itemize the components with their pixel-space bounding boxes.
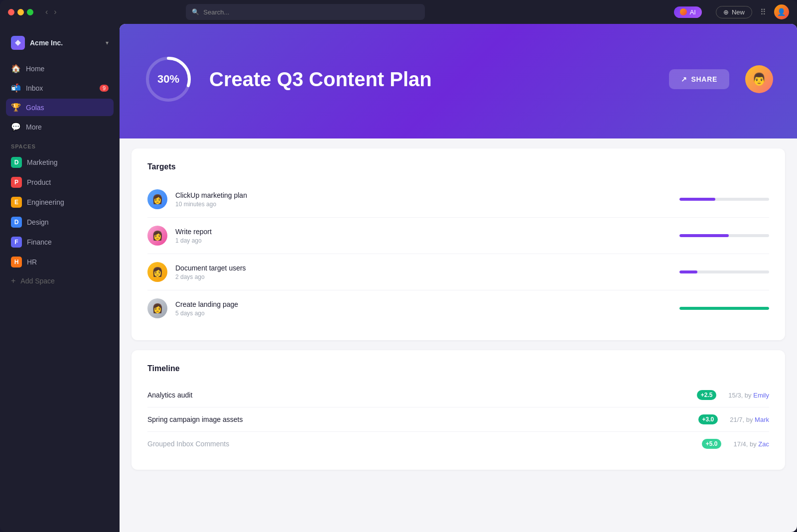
progress-bar-wrap: [679, 270, 769, 273]
target-avatar: 👩: [147, 298, 167, 318]
workspace-name: Acme Inc.: [30, 39, 101, 47]
share-label: SHARE: [691, 75, 717, 83]
targets-card: Targets 👩 ClickUp marketing plan 10 minu…: [132, 148, 785, 340]
workspace-logo: [11, 36, 25, 50]
space-item-product[interactable]: P Product: [6, 173, 114, 191]
share-button[interactable]: ↗ SHARE: [669, 69, 729, 89]
ai-label: AI: [690, 8, 696, 16]
add-space-button[interactable]: + Add Space: [6, 273, 114, 289]
timeline-author: Mark: [755, 416, 769, 423]
content-area: 30% Create Q3 Content Plan ↗ SHARE 👨 Tar…: [120, 24, 797, 532]
plus-icon: ⊕: [723, 8, 729, 16]
space-item-hr[interactable]: H HR: [6, 253, 114, 271]
toolbar-right: ⊕ New ⠿ 👤: [716, 4, 789, 19]
new-button[interactable]: ⊕ New: [716, 6, 752, 18]
target-time: 5 days ago: [175, 310, 671, 317]
sidebar: Acme Inc. ▾ 🏠 Home 📬 Inbox 9 🏆 Golas 💬 M…: [0, 24, 120, 532]
hero-title: Create Q3 Content Plan: [209, 68, 653, 91]
space-label: Product: [27, 178, 51, 186]
back-arrow[interactable]: ‹: [43, 6, 50, 17]
progress-text: 30%: [157, 73, 179, 86]
timeline-author: Zac: [758, 440, 769, 448]
target-info: Create landing page 5 days ago: [175, 300, 671, 317]
user-avatar[interactable]: 👤: [774, 4, 789, 19]
target-row[interactable]: 👩 ClickUp marketing plan 10 minutes ago: [147, 181, 769, 218]
target-avatar: 👩: [147, 262, 167, 282]
search-icon: 🔍: [192, 8, 199, 15]
progress-bar-fill: [679, 270, 697, 273]
space-dot-finance: F: [11, 237, 22, 248]
sections: Targets 👩 ClickUp marketing plan 10 minu…: [120, 148, 797, 490]
sidebar-item-inbox[interactable]: 📬 Inbox 9: [6, 79, 114, 97]
sidebar-item-label: Golas: [26, 104, 44, 112]
progress-circle: 30%: [143, 54, 193, 104]
search-bar[interactable]: 🔍 Search...: [186, 4, 425, 20]
progress-bar-bg: [679, 307, 769, 310]
target-row[interactable]: 👩 Write report 1 day ago: [147, 218, 769, 254]
more-icon: 💬: [11, 122, 21, 132]
sidebar-item-goals[interactable]: 🏆 Golas: [6, 99, 114, 116]
timeline-badge: +5.0: [702, 439, 722, 449]
traffic-lights: [8, 9, 33, 15]
plus-icon: +: [11, 276, 15, 285]
target-info: Document target users 2 days ago: [175, 264, 671, 280]
target-time: 1 day ago: [175, 237, 671, 244]
progress-bar-bg: [679, 234, 769, 237]
space-label: Design: [27, 218, 49, 226]
space-label: Finance: [27, 238, 52, 246]
space-dot-design: D: [11, 217, 22, 228]
target-name: Document target users: [175, 264, 671, 272]
target-time: 10 minutes ago: [175, 201, 671, 208]
share-icon: ↗: [681, 75, 687, 83]
main-layout: Acme Inc. ▾ 🏠 Home 📬 Inbox 9 🏆 Golas 💬 M…: [0, 24, 797, 532]
space-dot-hr: H: [11, 257, 22, 267]
target-name: ClickUp marketing plan: [175, 191, 671, 199]
timeline-item-name: Grouped Inbox Comments: [147, 440, 697, 448]
ai-icon: [680, 8, 687, 15]
hero-avatar: 👨: [745, 65, 773, 93]
timeline-item-name: Analytics audit: [147, 391, 692, 399]
timeline-card: Timeline Analytics audit +2.5 15/3, by E…: [132, 350, 785, 470]
space-label: Marketing: [27, 158, 57, 166]
target-avatar: 👩: [147, 226, 167, 246]
space-item-marketing[interactable]: D Marketing: [6, 153, 114, 171]
space-dot-product: P: [11, 177, 22, 188]
timeline-item-name: Spring campaign image assets: [147, 415, 693, 423]
target-info: Write report 1 day ago: [175, 228, 671, 244]
inbox-icon: 📬: [11, 83, 21, 93]
chevron-down-icon: ▾: [106, 39, 109, 46]
search-placeholder: Search...: [203, 8, 229, 16]
workspace-header[interactable]: Acme Inc. ▾: [6, 32, 114, 54]
sidebar-item-label: Inbox: [26, 84, 43, 92]
nav-arrows: ‹ ›: [43, 6, 59, 17]
titlebar: ‹ › 🔍 Search... AI ⊕ New ⠿ 👤: [0, 0, 797, 24]
close-button[interactable]: [8, 9, 14, 15]
ai-badge[interactable]: AI: [674, 6, 702, 18]
target-row[interactable]: 👩 Document target users 2 days ago: [147, 254, 769, 290]
sidebar-item-home[interactable]: 🏠 Home: [6, 60, 114, 77]
timeline-row[interactable]: Spring campaign image assets +3.0 21/7, …: [147, 407, 769, 432]
space-item-design[interactable]: D Design: [6, 213, 114, 231]
new-label: New: [732, 8, 745, 16]
timeline-meta: 21/7, by Mark: [718, 416, 769, 423]
timeline-meta: 15/3, by Emily: [716, 392, 769, 399]
target-time: 2 days ago: [175, 273, 671, 280]
timeline-author: Emily: [753, 392, 769, 399]
sidebar-item-more[interactable]: 💬 More: [6, 118, 114, 135]
grid-icon[interactable]: ⠿: [760, 7, 766, 17]
space-item-finance[interactable]: F Finance: [6, 233, 114, 251]
timeline-title: Timeline: [147, 364, 769, 373]
space-item-engineering[interactable]: E Engineering: [6, 193, 114, 211]
forward-arrow[interactable]: ›: [52, 6, 58, 17]
timeline-row[interactable]: Grouped Inbox Comments +5.0 17/4, by Zac: [147, 432, 769, 456]
space-dot-marketing: D: [11, 157, 22, 168]
timeline-row[interactable]: Analytics audit +2.5 15/3, by Emily: [147, 383, 769, 407]
progress-bar-bg: [679, 270, 769, 273]
timeline-badge: +3.0: [698, 414, 718, 424]
maximize-button[interactable]: [27, 9, 33, 15]
target-row[interactable]: 👩 Create landing page 5 days ago: [147, 290, 769, 326]
home-icon: 🏠: [11, 64, 21, 73]
timeline-badge: +2.5: [697, 390, 717, 400]
hero-section: 30% Create Q3 Content Plan ↗ SHARE 👨: [120, 24, 797, 138]
minimize-button[interactable]: [17, 9, 24, 15]
